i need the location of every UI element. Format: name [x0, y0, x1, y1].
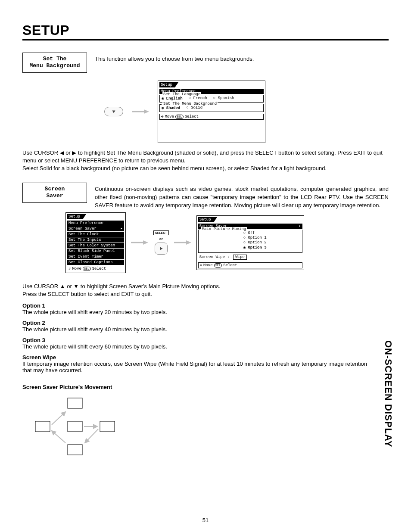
- svg-rect-13: [68, 445, 82, 455]
- section-label-box: Set The Menu Background: [22, 53, 87, 73]
- svg-marker-5: [160, 247, 162, 250]
- screen-wipe-row: Screen Wipe : Wipe: [199, 255, 301, 260]
- svg-line-17: [52, 431, 65, 443]
- section-set-menu-background: Set The Menu Background This function al…: [22, 53, 389, 73]
- svg-rect-12: [100, 421, 115, 432]
- svg-marker-4: [143, 240, 148, 245]
- radio-group-language: ◉ English ○ French ○ Spanish: [162, 96, 262, 101]
- move-icon: ✥: [161, 114, 163, 119]
- movement-diagram: [22, 395, 389, 465]
- osd-setup-menu: Setup Menu Preference Screen Saver▸ Set …: [65, 212, 126, 273]
- menu-item-highlighted: Screen Saver▸: [67, 226, 124, 231]
- radio-spanish: ○ Spanish: [213, 96, 234, 101]
- section-label-box: Screen Saver: [22, 183, 87, 203]
- osd-trio-row: Setup Menu Preference Screen Saver▸ Set …: [65, 212, 389, 273]
- radio-solid: ○ Solid: [186, 106, 202, 110]
- osd-fieldset-main-picture: Main Picture Moving ○ Off ○ Option 1 ○ O…: [198, 230, 302, 253]
- section-description: This function allows you to choose from …: [95, 53, 254, 63]
- section-screen-saver: Screen Saver Continuous on-screen displa…: [22, 183, 389, 210]
- instructions-text: Use CURSOR ▲ or ▼ to highlight Screen Sa…: [22, 283, 389, 298]
- manual-page: SETUP Set The Menu Background This funct…: [0, 0, 411, 532]
- svg-rect-10: [35, 421, 50, 432]
- arrow-right-icon: [131, 240, 148, 246]
- radio-group-moving: ○ Off ○ Option 1 ○ Option 2 ◉ Option 3: [200, 231, 300, 250]
- select-key-icon: SEL: [175, 115, 184, 119]
- svg-marker-7: [186, 240, 191, 245]
- radio-shaded: ◉ Shaded: [162, 106, 180, 110]
- svg-rect-9: [68, 398, 82, 408]
- svg-marker-0: [112, 111, 115, 113]
- select-button-icon: SELECT: [153, 230, 169, 235]
- menu-item: Set Event Timer: [67, 254, 124, 259]
- radio-option2: ○ Option 2: [243, 240, 267, 245]
- menu-item: Set The Clock: [67, 232, 124, 237]
- osd-hint-bar: ⇵Move SELSelect: [67, 266, 124, 271]
- updown-icon: ⇵: [68, 266, 71, 271]
- option2-block: Option 2The whole picture will shift eve…: [22, 320, 389, 333]
- section-label-line: Screen: [45, 186, 65, 192]
- radio-english: ◉ English: [162, 96, 183, 101]
- page-number: 51: [0, 517, 411, 523]
- select-or-right-group: SELECT or: [153, 230, 169, 255]
- arrow-right-icon: [132, 109, 149, 115]
- cursor-down-key: [104, 107, 123, 116]
- osd-title: Setup: [159, 82, 175, 87]
- osd-hint-bar: ✥Move SELSelect: [198, 262, 302, 268]
- section-label-line: Saver: [46, 193, 63, 199]
- radio-off: ○ Off: [243, 231, 255, 235]
- osd-fieldset-background: Set The Menu Background ◉ Shaded ○ Solid: [159, 104, 264, 112]
- screen-wipe-block: Screen WipeIf temporary image retention …: [22, 354, 367, 373]
- or-label: or: [159, 237, 163, 241]
- osd-menu-preference: Setup Menu Preference Set The Language ◉…: [158, 81, 265, 143]
- cursor-right-key: [155, 243, 168, 255]
- radio-option1: ○ Option 1: [243, 236, 267, 240]
- wipe-button: Wipe: [233, 255, 247, 260]
- chevron-right-icon: ▸: [121, 226, 123, 231]
- menu-item: Set Closed Captions: [67, 260, 124, 265]
- instructions-text: Use CURSOR ◀ or ▶ to highlight Set The M…: [22, 149, 389, 173]
- svg-rect-11: [68, 421, 82, 432]
- fieldset-legend: Set The Menu Background: [162, 102, 218, 106]
- page-title: SETUP: [22, 22, 389, 40]
- menu-item: Set The Inputs: [67, 237, 124, 243]
- select-key-icon: SEL: [83, 267, 91, 271]
- chevron-right-icon: ▸: [299, 224, 301, 229]
- section-description: Continuous on-screen displays such as vi…: [95, 183, 389, 210]
- menu-item: Set Black Side Panel: [67, 249, 124, 254]
- select-key-icon: SEL: [214, 263, 222, 268]
- movement-heading: Screen Saver Picture's Movement: [22, 384, 389, 390]
- svg-line-14: [52, 412, 65, 425]
- radio-group-background: ◉ Shaded ○ Solid: [162, 106, 262, 110]
- radio-french: ○ French: [189, 96, 207, 101]
- osd-title: Setup: [67, 214, 83, 219]
- osd-row: Setup Menu Preference Set The Language ◉…: [104, 81, 389, 143]
- option1-block: Option 1The whole picture will shift eve…: [22, 302, 389, 315]
- menu-item: Set The Color System: [67, 243, 124, 248]
- section-label-line: Menu Background: [29, 62, 80, 69]
- move-icon: ✥: [200, 263, 202, 268]
- osd-hint-bar: ✥Move SELSelect: [159, 114, 264, 120]
- option3-block: Option 3The whole picture will shift eve…: [22, 337, 389, 350]
- fieldset-legend: Main Picture Moving: [201, 227, 247, 231]
- fieldset-legend: Set The Language: [162, 92, 201, 96]
- svg-marker-2: [144, 109, 149, 114]
- side-tab-label: ON-SCREEN DISPLAY: [383, 340, 394, 447]
- osd-screen-saver: Setup Screen Saver▸ Main Picture Moving …: [196, 215, 304, 270]
- radio-option3: ◉ Option 3: [243, 245, 267, 250]
- osd-title: Setup: [198, 217, 214, 222]
- menu-item: Menu Preference: [67, 221, 124, 226]
- section-label-line: Set The: [43, 56, 67, 62]
- svg-line-16: [85, 429, 98, 443]
- arrow-right-icon: [174, 240, 191, 246]
